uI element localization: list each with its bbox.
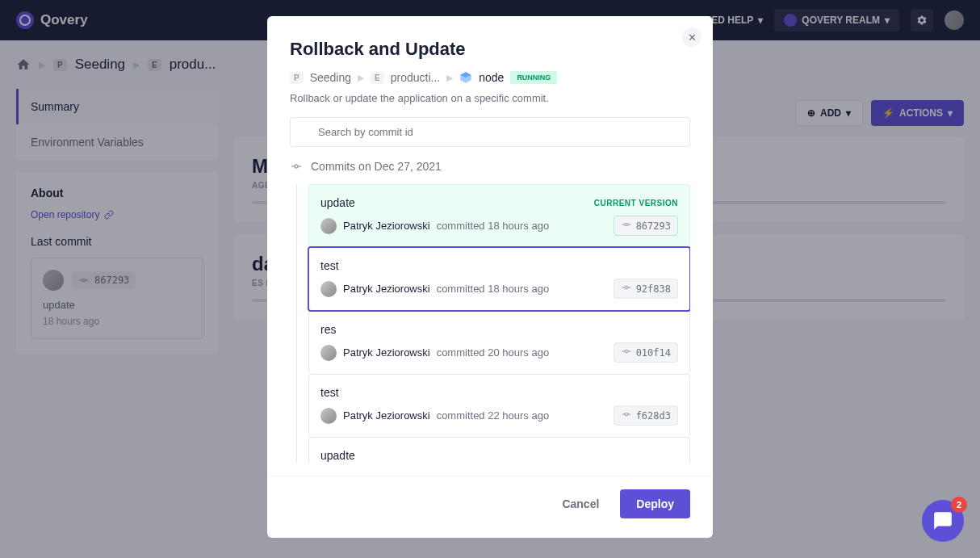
- chevron-right-icon: ▶: [446, 73, 453, 83]
- commit-sha[interactable]: 867293: [614, 216, 678, 236]
- commit-when: committed 18 hours ago: [437, 220, 549, 232]
- commit-item[interactable]: test Patryk Jeziorowski committed 18 hou…: [308, 246, 690, 312]
- commit-sha[interactable]: 92f838: [614, 279, 678, 299]
- status-badge: RUNNING: [510, 71, 557, 84]
- close-icon: ✕: [688, 31, 697, 44]
- commit-title: res: [320, 323, 336, 336]
- commit-item[interactable]: update CURRENT VERSION Patryk Jeziorowsk…: [308, 184, 690, 247]
- commit-icon: [621, 346, 632, 354]
- bc-app[interactable]: node: [479, 71, 504, 84]
- commit-author-avatar: [320, 218, 337, 234]
- chevron-right-icon: ▶: [358, 73, 364, 83]
- commits-list[interactable]: update CURRENT VERSION Patryk Jeziorowsk…: [296, 184, 690, 354]
- commit-author: Patryk Jeziorowski: [343, 283, 430, 295]
- project-badge: P: [290, 72, 304, 84]
- commits-date-header: Commits on Dec 27, 2021: [290, 160, 690, 173]
- env-badge: E: [371, 72, 384, 84]
- rollback-modal: ✕ Rollback and Update P Seeding ▶ E prod…: [267, 16, 713, 354]
- commit-when: committed 18 hours ago: [437, 283, 549, 295]
- commit-author: Patryk Jeziorowski: [343, 346, 430, 354]
- svg-point-11: [625, 286, 628, 289]
- commit-search-input[interactable]: [290, 117, 690, 147]
- commit-icon: [621, 219, 632, 233]
- modal-title: Rollback and Update: [290, 39, 690, 60]
- commit-title: test: [320, 259, 339, 272]
- svg-point-14: [625, 350, 628, 353]
- commit-title: update: [320, 196, 355, 209]
- commit-when: committed 20 hours ago: [437, 346, 549, 354]
- svg-point-8: [625, 223, 628, 226]
- commit-author: Patryk Jeziorowski: [343, 220, 430, 232]
- svg-point-5: [295, 165, 298, 168]
- modal-close-button[interactable]: ✕: [682, 27, 701, 47]
- modal-overlay: ✕ Rollback and Update P Seeding ▶ E prod…: [0, 0, 980, 354]
- commit-author-avatar: [320, 345, 337, 355]
- commit-sha[interactable]: 010f14: [614, 342, 678, 354]
- commit-item[interactable]: res Patryk Jeziorowski committed 20 hour…: [308, 311, 690, 354]
- bc-env[interactable]: producti...: [391, 71, 440, 84]
- commit-icon: [290, 160, 303, 173]
- bc-project[interactable]: Seeding: [310, 71, 351, 84]
- app-icon: [459, 71, 472, 84]
- modal-description: Rollback or update the application on a …: [290, 92, 690, 104]
- modal-breadcrumb: P Seeding ▶ E producti... ▶ node RUNNING: [290, 71, 690, 84]
- commit-author-avatar: [320, 281, 337, 297]
- commit-icon: [621, 282, 632, 296]
- current-version-tag: CURRENT VERSION: [594, 199, 678, 208]
